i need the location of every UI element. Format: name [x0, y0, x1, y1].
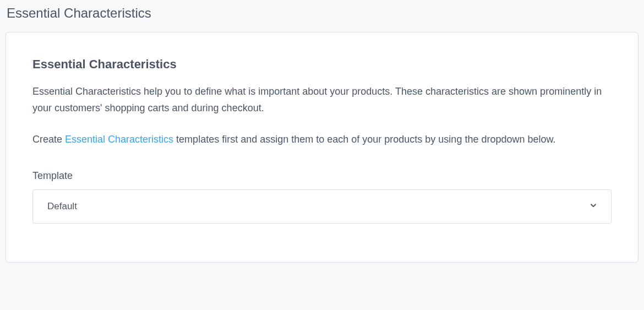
card-title: Essential Characteristics: [32, 57, 612, 72]
description-text-prefix: Create: [32, 134, 65, 145]
description-text-suffix: templates first and assign them to each …: [173, 134, 555, 145]
card-description-1: Essential Characteristics help you to de…: [32, 84, 612, 116]
section-title: Essential Characteristics: [6, 6, 638, 21]
template-select[interactable]: Default: [32, 189, 612, 224]
card-description-2: Create Essential Characteristics templat…: [32, 132, 612, 148]
template-select-wrapper: Default: [32, 189, 612, 224]
essential-characteristics-card: Essential Characteristics Essential Char…: [6, 32, 638, 263]
template-label: Template: [32, 170, 612, 182]
essential-characteristics-link[interactable]: Essential Characteristics: [65, 134, 173, 145]
template-selected-value: Default: [47, 201, 77, 212]
